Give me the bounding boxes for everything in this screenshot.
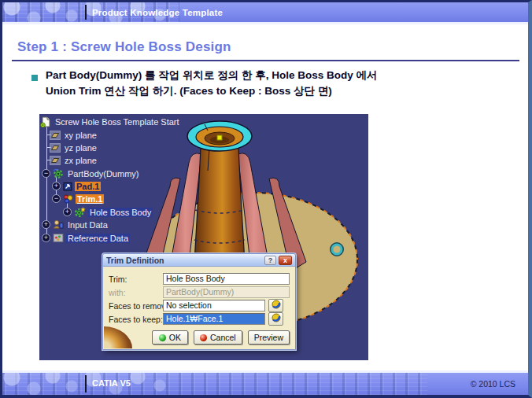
tree-item-trim1[interactable]: − Trim.1 <box>52 193 104 205</box>
pad-icon <box>63 182 72 191</box>
faces-to-keep-field[interactable]: Hole.1₩Face.1 <box>163 313 265 325</box>
with-label: with: <box>109 288 126 297</box>
tree-item-label: yz plane <box>63 143 98 153</box>
preview-button[interactable]: Preview <box>248 330 290 345</box>
collapse-toggle[interactable]: − <box>52 194 61 203</box>
tree-item-label: Hole Boss Body <box>88 208 153 217</box>
expand-toggle[interactable]: + <box>52 182 61 190</box>
plane-icon <box>50 143 61 153</box>
tree-item-label: Input Data <box>66 220 109 230</box>
bullet-line-2: Union Trim 연산 작업 하기. (Faces to Keep : Bo… <box>46 83 518 99</box>
bullet-line-1: Part Body(Dummy) 를 작업 위치로 정의 한 후, Hole B… <box>46 68 518 83</box>
tree-item-reference-data[interactable]: + Reference Data <box>42 232 130 244</box>
banner-title: Product Knowledge Template <box>92 8 223 17</box>
face-picker-icon <box>272 300 281 311</box>
footer-banner: CATIA V5 © 2010 LCS <box>2 370 528 395</box>
faces-to-remove-row: Faces to remove: No selection <box>103 300 295 312</box>
dialog-titlebar[interactable]: Trim Definition ? x <box>103 254 295 267</box>
face-picker-button[interactable] <box>268 299 283 312</box>
body-gear-star-icon <box>74 207 86 218</box>
ok-button[interactable]: OK <box>152 330 188 345</box>
trim-field[interactable]: Hole Boss Body <box>163 273 290 285</box>
reference-data-icon <box>53 233 64 243</box>
face-picker-button[interactable] <box>268 312 283 326</box>
dialog-title: Trim Definition <box>106 256 164 265</box>
tree-item-label: Trim.1 <box>76 194 104 204</box>
with-field: PartBody(Dummy) <box>163 286 290 298</box>
cancel-button[interactable]: Cancel <box>194 330 242 345</box>
kept-face-highlight[interactable] <box>187 121 252 151</box>
preview-button-label: Preview <box>254 333 283 342</box>
faces-to-remove-field[interactable]: No selection <box>163 300 265 311</box>
face-anchor-point <box>217 135 222 140</box>
expand-toggle[interactable]: + <box>63 208 72 216</box>
tree-item-label: xy plane <box>63 131 98 140</box>
expand-toggle[interactable]: + <box>42 220 50 229</box>
faces-to-keep-row: Faces to keep: Hole.1₩Face.1 <box>103 313 295 326</box>
ok-button-label: OK <box>169 333 181 342</box>
cancel-button-label: Cancel <box>210 333 236 342</box>
header-banner: Product Knowledge Template <box>2 2 528 24</box>
tree-item-xy-plane[interactable]: xy plane <box>50 129 98 141</box>
bullet-marker <box>31 75 38 81</box>
bullet-text: Part Body(Dummy) 를 작업 위치로 정의 한 후, Hole B… <box>46 68 518 99</box>
tree-item-template-root[interactable]: Screw Hole Boss Template Start <box>40 116 181 127</box>
with-row: with: PartBody(Dummy) <box>103 286 295 299</box>
face-picker-icon <box>272 313 281 325</box>
banner-divider <box>85 5 87 20</box>
plane-icon <box>50 131 61 140</box>
slide: Product Knowledge Template Step 1 : Scre… <box>0 0 532 398</box>
banner-divider <box>85 375 87 392</box>
template-document-icon <box>40 116 51 127</box>
tree-item-input-data[interactable]: + Input Data <box>42 219 109 230</box>
tree-item-label: Pad.1 <box>75 182 101 191</box>
faces-to-keep-label: Faces to keep: <box>109 315 163 324</box>
title-rule <box>12 60 519 61</box>
trim-label: Trim: <box>109 275 127 284</box>
tree-item-partbody[interactable]: − PartBody(Dummy) <box>42 168 140 179</box>
banner-texture <box>2 373 427 395</box>
tree-item-yz-plane[interactable]: yz plane <box>50 142 98 153</box>
tree-item-pad1[interactable]: + Pad.1 <box>52 180 101 192</box>
input-data-icon <box>53 219 64 230</box>
body-gear-icon <box>53 168 64 179</box>
tree-item-label: PartBody(Dummy) <box>66 169 140 179</box>
trim-icon <box>63 193 73 204</box>
ok-green-dot-icon <box>159 334 166 341</box>
plane-icon <box>50 156 61 165</box>
page-title: Step 1 : Screw Hole Boss Design <box>17 39 231 55</box>
tree-item-label: Reference Data <box>66 234 130 243</box>
tree-item-label: Screw Hole Boss Template Start <box>54 117 181 127</box>
trim-definition-dialog: Trim Definition ? x Trim: Hole Boss Body… <box>102 253 296 350</box>
tree-item-label: zx plane <box>63 156 98 165</box>
tree-item-hole-boss-body[interactable]: + Hole Boss Body <box>63 206 153 218</box>
trim-row: Trim: Hole Boss Body <box>103 273 295 286</box>
collapse-toggle[interactable]: − <box>42 169 50 178</box>
catia-screenshot: Screw Hole Boss Template Start xy plane … <box>39 114 368 360</box>
expand-toggle[interactable]: + <box>42 234 50 242</box>
tree-item-zx-plane[interactable]: zx plane <box>50 154 98 166</box>
dialog-close-button[interactable]: x <box>279 256 292 265</box>
footer-copyright: © 2010 LCS <box>471 379 515 389</box>
dialog-help-button[interactable]: ? <box>264 256 276 265</box>
footer-product-label: CATIA V5 <box>92 378 131 388</box>
cancel-red-dot-icon <box>200 334 207 341</box>
